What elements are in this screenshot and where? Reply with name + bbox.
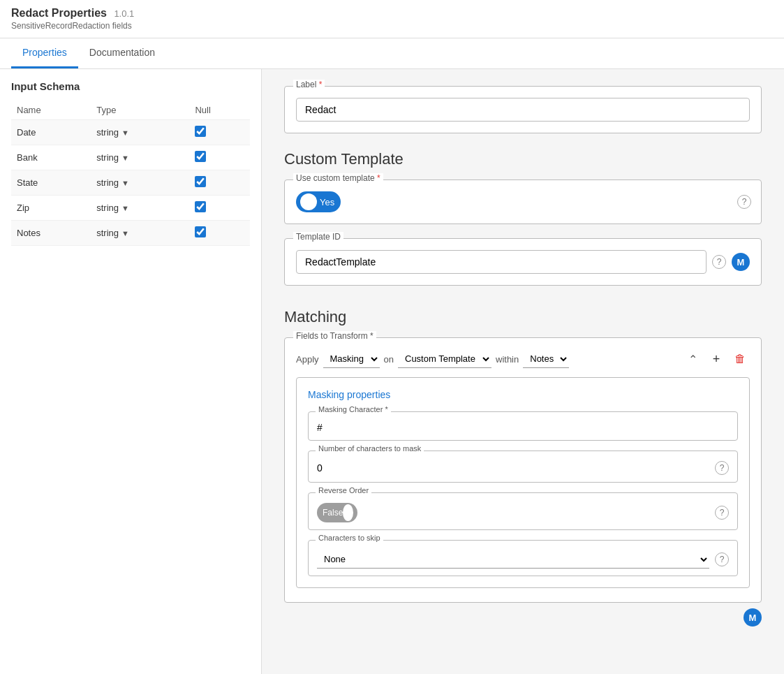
reverse-order-knob: [343, 504, 353, 521]
app-title: Redact Properties 1.0.1: [11, 7, 773, 20]
type-dropdown-arrow[interactable]: ▼: [121, 179, 129, 187]
trash-icon: 🗑: [734, 353, 746, 365]
chars-to-skip-legend: Characters to skip: [316, 534, 383, 542]
masking-properties-box: Masking properties Masking Character * N…: [296, 377, 750, 588]
col-type: Type: [91, 101, 189, 120]
row-type: string ▼: [91, 170, 189, 196]
on-label: on: [384, 354, 394, 365]
delete-transform-button[interactable]: 🗑: [730, 349, 750, 369]
chars-to-skip-select[interactable]: None Spaces Special Characters: [317, 550, 709, 569]
content-area: Label * Custom Template Use custom templ…: [262, 69, 784, 674]
matching-m-icon[interactable]: M: [744, 608, 762, 627]
masking-character-input[interactable]: [317, 422, 729, 433]
app-subtitle: SensitiveRecordRedaction fields: [11, 21, 773, 31]
reverse-order-row: False ?: [317, 503, 729, 522]
table-row: State string ▼: [11, 170, 250, 196]
type-dropdown-arrow[interactable]: ▼: [121, 204, 129, 212]
reverse-order-help-icon[interactable]: ?: [715, 506, 729, 520]
type-dropdown-arrow[interactable]: ▼: [121, 129, 129, 137]
num-chars-fieldset: Number of characters to mask ?: [308, 450, 738, 483]
notes-select[interactable]: Notes: [523, 350, 569, 368]
col-null: Null: [189, 101, 250, 120]
null-checkbox[interactable]: [195, 151, 206, 162]
matching-m-icon-row: M: [284, 608, 762, 627]
table-row: Bank string ▼: [11, 145, 250, 170]
template-id-help-icon[interactable]: ?: [712, 255, 726, 269]
use-custom-template-help-icon[interactable]: ?: [737, 195, 751, 209]
num-chars-input[interactable]: [317, 462, 709, 474]
type-dropdown-arrow[interactable]: ▼: [121, 154, 129, 162]
template-id-legend: Template ID: [293, 232, 343, 242]
reverse-order-fieldset: Reverse Order False ?: [308, 492, 738, 530]
move-up-button[interactable]: ⌃: [683, 349, 702, 369]
reverse-order-toggle[interactable]: False: [317, 503, 357, 522]
fields-to-transform-legend: Fields to Transform *: [293, 331, 376, 341]
custom-template-title: Custom Template: [284, 150, 762, 168]
template-id-m-icon[interactable]: M: [732, 253, 750, 271]
reverse-order-legend: Reverse Order: [316, 486, 371, 494]
use-custom-template-fieldset: Use custom template * Yes ?: [284, 180, 762, 224]
transform-actions: ⌃ + 🗑: [683, 349, 750, 369]
tab-properties[interactable]: Properties: [11, 38, 78, 68]
apply-label: Apply: [296, 354, 319, 365]
null-checkbox[interactable]: [195, 226, 206, 237]
add-transform-button[interactable]: +: [707, 349, 726, 369]
type-dropdown-arrow[interactable]: ▼: [121, 229, 129, 237]
masking-select[interactable]: Masking: [323, 350, 380, 368]
null-checkbox[interactable]: [195, 201, 206, 212]
row-null: [189, 145, 250, 170]
transform-row: Apply Masking on Custom Template within …: [296, 349, 750, 369]
num-chars-legend: Number of characters to mask: [316, 444, 424, 453]
app-version: 1.0.1: [114, 8, 134, 19]
fields-to-transform-fieldset: Fields to Transform * Apply Masking on C…: [284, 337, 762, 603]
col-name: Name: [11, 101, 91, 120]
row-type: string ▼: [91, 120, 189, 145]
null-checkbox[interactable]: [195, 126, 206, 137]
masking-char-legend: Masking Character *: [316, 405, 391, 413]
use-custom-template-toggle-row: Yes: [296, 191, 341, 212]
chars-to-skip-help-icon[interactable]: ?: [715, 552, 729, 566]
template-id-fieldset: Template ID ? M: [284, 238, 762, 286]
row-type: string ▼: [91, 145, 189, 170]
sidebar: Input Schema Name Type Null Date string …: [0, 69, 262, 674]
label-input[interactable]: [296, 98, 750, 122]
row-null: [189, 221, 250, 246]
row-type: string ▼: [91, 196, 189, 221]
row-name: Zip: [11, 196, 91, 221]
null-checkbox[interactable]: [195, 176, 206, 187]
num-chars-help-icon[interactable]: ?: [715, 461, 729, 475]
schema-table: Name Type Null Date string ▼ Bank strin: [11, 101, 250, 246]
table-row: Zip string ▼: [11, 196, 250, 221]
row-null: [189, 196, 250, 221]
reverse-order-toggle-label: False: [320, 508, 343, 518]
toggle-yes-label: Yes: [320, 197, 334, 207]
masking-properties-title: Masking properties: [308, 389, 738, 400]
input-schema-title: Input Schema: [11, 80, 250, 92]
main-layout: Input Schema Name Type Null Date string …: [0, 69, 784, 674]
row-type: string ▼: [91, 221, 189, 246]
up-icon: ⌃: [688, 353, 697, 366]
custom-template-select[interactable]: Custom Template: [398, 350, 491, 368]
template-id-row: ? M: [296, 250, 750, 274]
matching-title: Matching: [284, 308, 762, 326]
within-label: within: [496, 354, 519, 365]
masking-character-fieldset: Masking Character *: [308, 411, 738, 441]
row-null: [189, 170, 250, 196]
label-legend: Label *: [293, 80, 325, 89]
tab-documentation[interactable]: Documentation: [78, 38, 166, 68]
use-custom-template-toggle[interactable]: Yes: [296, 191, 341, 212]
row-name: Notes: [11, 221, 91, 246]
label-fieldset: Label *: [284, 86, 762, 133]
table-row: Date string ▼: [11, 120, 250, 145]
characters-to-skip-fieldset: Characters to skip None Spaces Special C…: [308, 540, 738, 576]
app-header: Redact Properties 1.0.1 SensitiveRecordR…: [0, 0, 784, 38]
row-name: State: [11, 170, 91, 196]
table-row: Notes string ▼: [11, 221, 250, 246]
tab-bar: Properties Documentation: [0, 38, 784, 69]
chars-to-skip-row: None Spaces Special Characters ?: [317, 550, 729, 569]
row-null: [189, 120, 250, 145]
row-name: Date: [11, 120, 91, 145]
template-id-input[interactable]: [296, 250, 707, 274]
num-chars-row: ?: [317, 461, 729, 475]
plus-icon: +: [713, 352, 720, 367]
